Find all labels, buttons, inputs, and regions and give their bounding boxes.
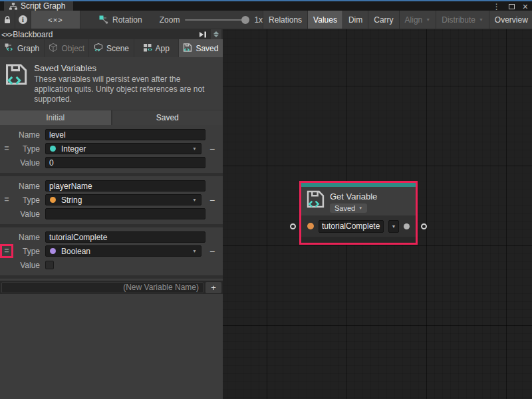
window-controls: ⋮ ×	[493, 2, 528, 11]
remove-variable-button[interactable]: −	[207, 195, 217, 205]
dropdown-arrow-icon: ▼	[426, 17, 430, 22]
scroll-down-icon	[213, 35, 219, 37]
app-icon	[143, 43, 152, 54]
toolbar-button-values[interactable]: Values	[307, 11, 342, 29]
toolbar-button-label: Carry	[374, 15, 393, 25]
variable-value-input[interactable]	[45, 157, 205, 168]
variable-name-input[interactable]	[45, 129, 205, 140]
node-left-connection-port[interactable]	[290, 223, 296, 229]
toolbar-button-label: Overview	[495, 15, 528, 25]
tab-label: Script Graph	[21, 1, 65, 11]
dropdown-arrow-icon: ▼	[392, 224, 396, 229]
graph-hierarchy-icon	[9, 3, 17, 10]
blackboard-scope-tabs: GraphObjectSceneAppSaved	[0, 39, 223, 57]
toolbar-button-dim[interactable]: Dim	[342, 11, 368, 29]
toolbar-button-label: Dim	[348, 15, 362, 25]
panel-scroll-arrows[interactable]	[211, 29, 221, 39]
type-label: Type	[13, 247, 41, 256]
node-variable-field[interactable]	[319, 220, 384, 233]
dropdown-arrow-icon: ▼	[358, 206, 362, 210]
variable-type-dropdown[interactable]: Boolean▼	[45, 245, 201, 257]
node-scope-label: Saved	[334, 204, 355, 212]
rotation-control[interactable]: Rotation	[99, 11, 142, 29]
blackboard-header: <×> Blackboard	[0, 29, 223, 39]
blackboard-tab-app[interactable]: App	[134, 39, 178, 57]
toolbar-button-carry[interactable]: Carry	[368, 11, 398, 29]
close-icon[interactable]: ×	[523, 3, 528, 11]
node-input-port[interactable]	[307, 223, 314, 229]
zoom-slider-track[interactable]	[185, 19, 246, 21]
info-title: Saved Variables	[34, 63, 217, 73]
info-button[interactable]: i	[15, 11, 31, 29]
tab-script-graph[interactable]: Script Graph	[4, 1, 73, 11]
node-right-connection-port[interactable]	[421, 223, 427, 229]
variable-value-row: Value	[0, 259, 223, 271]
code-preview-button[interactable]: <×>	[31, 11, 80, 29]
dropdown-arrow-icon: ▼	[192, 146, 197, 151]
toolbar-button-label: Relations	[269, 15, 302, 25]
remove-variable-button[interactable]: −	[207, 144, 217, 154]
toolbar-view-buttons: RelationsValuesDimCarryAlign▼Distribute▼…	[263, 11, 532, 29]
variable-type-row: =TypeBoolean▼−	[0, 245, 223, 257]
blackboard-tab-graph[interactable]: Graph	[0, 39, 44, 57]
info-text: Saved Variables These variables will per…	[34, 63, 217, 104]
get-variable-node[interactable]: Get Variable Saved ▼ ▼	[299, 181, 418, 245]
value-mode-tab-saved[interactable]: Saved	[112, 110, 223, 125]
blackboard-tab-label: Scene	[106, 44, 129, 53]
blackboard-title-group: <×> Blackboard	[1, 30, 53, 39]
code-icon: <×>	[48, 16, 63, 24]
value-checkbox[interactable]	[45, 261, 54, 269]
variable-value-row: Value	[0, 156, 223, 169]
graph-canvas[interactable]: Get Variable Saved ▼ ▼	[223, 29, 532, 399]
drag-handle[interactable]: =	[2, 144, 11, 154]
variable-type-dropdown[interactable]: String▼	[45, 194, 201, 205]
remove-variable-button[interactable]: −	[207, 246, 217, 257]
info-description: These variables will persist even after …	[34, 74, 217, 104]
toolbar-button-align[interactable]: Align▼	[399, 11, 436, 29]
node-body: ▼	[301, 215, 416, 237]
window-menu-icon[interactable]: ⋮	[493, 3, 501, 11]
add-variable-button[interactable]: +	[205, 282, 221, 293]
type-label: Type	[13, 196, 41, 205]
variable-group-tutorialcomplete: Name=TypeBoolean▼−Value	[0, 227, 223, 279]
node-scope-dropdown[interactable]: Saved ▼	[330, 203, 367, 213]
new-variable-input[interactable]	[1, 282, 203, 293]
drag-handle[interactable]: =	[2, 246, 11, 256]
dock-button[interactable]	[196, 30, 209, 39]
variable-name-input[interactable]	[45, 231, 205, 243]
blackboard-tab-scene[interactable]: Scene	[89, 39, 133, 57]
drag-handle[interactable]: =	[2, 195, 11, 205]
lock-button[interactable]	[0, 11, 15, 29]
variable-type-dropdown[interactable]: Integer▼	[45, 143, 201, 154]
rotation-icon	[99, 15, 108, 24]
variable-value-input[interactable]	[45, 208, 205, 219]
blackboard-tab-object[interactable]: Object	[45, 39, 88, 57]
value-mode-tabs: InitialSaved	[0, 110, 223, 125]
variable-type-row: =TypeString▼−	[0, 194, 223, 206]
saved-floppy-icon	[5, 63, 27, 86]
value-mode-tab-initial[interactable]: Initial	[0, 110, 111, 125]
value-label: Value	[13, 261, 41, 270]
new-variable-row: +	[0, 281, 223, 294]
type-color-dot	[50, 197, 56, 203]
node-header-text: Get Variable Saved ▼	[330, 190, 377, 215]
variable-group-level: Name=TypeInteger▼−Value	[0, 125, 223, 176]
node-output-port[interactable]	[404, 223, 410, 229]
node-variable-dropdown-button[interactable]: ▼	[388, 220, 399, 233]
toolbar-button-relations[interactable]: Relations	[263, 11, 307, 29]
variable-name-input[interactable]	[45, 180, 205, 192]
zoom-slider-handle[interactable]	[241, 16, 249, 24]
variables-icon: <×>	[1, 31, 12, 39]
blackboard-panel: <×> Blackboard GraphObjectSceneAppSaved	[0, 29, 223, 399]
blackboard-tab-label: Object	[61, 44, 84, 53]
object-icon	[49, 43, 58, 54]
node-floppy-icon	[307, 190, 325, 208]
graph-icon	[5, 43, 14, 54]
node-header: Get Variable Saved ▼	[301, 187, 416, 215]
type-name: Boolean	[61, 247, 90, 256]
maximize-icon[interactable]	[509, 4, 515, 9]
zoom-label: Zoom	[160, 15, 180, 25]
toolbar-button-overview[interactable]: Overview	[489, 11, 532, 29]
blackboard-tab-saved[interactable]: Saved	[179, 39, 223, 57]
toolbar-button-distribute[interactable]: Distribute▼	[436, 11, 489, 29]
